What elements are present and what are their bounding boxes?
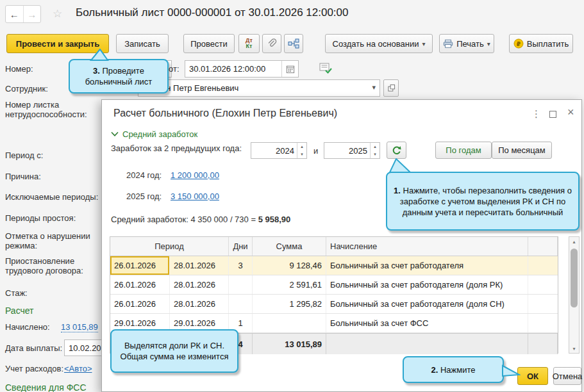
- cell-days[interactable]: [229, 275, 253, 294]
- employee-label: Сотрудник:: [5, 84, 48, 94]
- average-earnings-text: Средний заработок: 4 350 000 / 730 = 5 9…: [111, 215, 290, 224]
- maximize-icon[interactable]: [549, 111, 556, 118]
- cell-sum[interactable]: 9 128,46: [253, 256, 326, 275]
- pay-date-label: Дата выплаты:: [5, 343, 62, 353]
- cell-extra[interactable]: [528, 256, 558, 275]
- forward-button[interactable]: →: [24, 6, 41, 22]
- table-row[interactable]: 26.01.2026 28.01.2026 2 591,61 Больничны…: [110, 275, 558, 295]
- refresh-icon: [392, 145, 402, 156]
- back-button[interactable]: ←: [6, 6, 24, 22]
- employee-input[interactable]: Елохин Петр Евгеньевич ▾: [138, 79, 380, 97]
- scroll-down-icon[interactable]: ▾: [572, 344, 575, 353]
- more-menu-icon[interactable]: ⋮: [531, 108, 541, 120]
- table-header-row: Период Дни Сумма Начисление: [110, 237, 558, 256]
- earning-2025-link[interactable]: 3 150 000,00: [171, 192, 219, 201]
- cell-accrual[interactable]: Больничный за счет работодателя (доля СН…: [326, 295, 528, 313]
- paperclip-icon: [266, 38, 278, 49]
- by-months-button[interactable]: По месяцам: [492, 142, 552, 159]
- dtkt-movements-button[interactable]: Дт Кт: [238, 34, 260, 53]
- cell-extra[interactable]: [528, 314, 558, 332]
- cell-period-to[interactable]: 28.01.2026: [170, 256, 229, 275]
- expense-account-link[interactable]: <Авто>: [64, 364, 92, 373]
- cell-sum[interactable]: [253, 314, 326, 332]
- cell-accrual[interactable]: Больничный за счет работодателя: [326, 256, 528, 275]
- cell-sum[interactable]: 2 591,61: [253, 275, 326, 294]
- number-label: Номер:: [5, 64, 33, 74]
- cell-accrual[interactable]: Больничный за счет ФСС: [326, 314, 528, 332]
- cell-extra[interactable]: [528, 275, 558, 294]
- close-icon[interactable]: ×: [567, 106, 574, 119]
- print-label: Печать: [456, 39, 484, 49]
- create-based-on-button[interactable]: Создать на основании ▾: [325, 34, 433, 53]
- fss-section-title: Сведения для ФСС: [5, 382, 87, 392]
- chevron-down-icon: [111, 131, 119, 137]
- cell-accrual[interactable]: Больничный за счет работодателя (доля РК…: [326, 275, 528, 294]
- create-based-on-label: Создать на основании: [333, 39, 419, 49]
- average-earnings-prefix: Средний заработок: 4 350 000 / 730 =: [111, 215, 258, 224]
- avg-earnings-section-label: Средний заработок: [122, 129, 197, 139]
- app-window: ← → ☆ Больничный лист 0000-000001 от 30.…: [0, 0, 584, 392]
- period-from-label: Период с:: [5, 151, 43, 160]
- col-period[interactable]: Период: [110, 237, 229, 256]
- year-from-spinner[interactable]: 2024 ▴▾: [251, 142, 307, 159]
- doc-check-icon[interactable]: [319, 62, 333, 75]
- table-scrollbar[interactable]: ▴ ▾: [569, 236, 580, 354]
- scroll-up-icon[interactable]: ▴: [572, 237, 575, 246]
- chevron-down-icon[interactable]: ▾: [372, 83, 376, 92]
- cancel-label: Отмена: [553, 372, 583, 381]
- earning-2024-link[interactable]: 1 200 000,00: [171, 170, 219, 180]
- table-row[interactable]: 26.01.2026 28.01.2026 1 295,82 Больничны…: [110, 295, 558, 314]
- callout-note: Выделятся доли РК и СН. Общая сумма не и…: [110, 329, 238, 373]
- cell-period-from[interactable]: 26.01.2026: [110, 295, 170, 313]
- year-to-value: 2025: [324, 143, 370, 158]
- callout-step3: 3. Проведите больничный лист: [69, 59, 169, 94]
- sick-number-label: Номер листка нетрудоспособности:: [5, 100, 98, 119]
- chevron-down-icon: ▾: [487, 40, 490, 47]
- cell-period-from[interactable]: 26.01.2026: [110, 275, 170, 294]
- cell-sum[interactable]: 1 295,82: [253, 295, 326, 313]
- cell-period-to[interactable]: 28.01.2026: [170, 295, 229, 313]
- year-to-spinner[interactable]: 2025 ▴▾: [324, 142, 380, 159]
- col-accrual[interactable]: Начисление: [326, 237, 528, 256]
- ok-button[interactable]: ОК: [517, 367, 548, 385]
- refresh-button[interactable]: [387, 142, 406, 159]
- callout-step2: 2. Нажмите: [403, 356, 504, 383]
- print-button[interactable]: Печать ▾: [439, 34, 494, 53]
- col-sum[interactable]: Сумма: [253, 237, 326, 256]
- page-title: Больничный лист 0000-000001 от 30.01.202…: [76, 6, 349, 19]
- col-days[interactable]: Дни: [229, 237, 253, 256]
- cancel-button[interactable]: Отмена: [553, 367, 581, 385]
- avg-earnings-toggle[interactable]: Средний заработок: [111, 129, 197, 139]
- svg-text:₽: ₽: [517, 41, 521, 47]
- document-date-input[interactable]: 30.01.2026 12:00:00: [185, 60, 299, 78]
- spin-up-icon[interactable]: ▴: [371, 143, 380, 151]
- cell-period-from[interactable]: 26.01.2026: [110, 256, 170, 275]
- table-row[interactable]: 26.01.2026 28.01.2026 3 9 128,46 Больнич…: [110, 256, 558, 275]
- open-employee-button[interactable]: [383, 79, 399, 97]
- spin-up-icon[interactable]: ▴: [297, 143, 306, 151]
- cell-period-to[interactable]: 28.01.2026: [170, 275, 229, 294]
- excluded-periods-label: Исключаемые периоды:: [5, 192, 117, 202]
- spin-down-icon[interactable]: ▾: [297, 151, 306, 158]
- post-button[interactable]: Провести: [183, 34, 235, 53]
- spin-down-icon[interactable]: ▾: [371, 151, 380, 158]
- cell-days[interactable]: [229, 295, 253, 313]
- total-sum: 13 015,89: [253, 334, 326, 354]
- write-button[interactable]: Записать: [116, 34, 169, 53]
- ruble-coin-icon: ₽: [513, 38, 524, 49]
- year-from-value: 2024: [251, 143, 297, 158]
- calc-section-title: Расчет: [5, 306, 34, 316]
- pay-button[interactable]: ₽ Выплатить: [509, 34, 573, 53]
- attachments-button[interactable]: [262, 34, 281, 53]
- calendar-icon: [286, 65, 295, 74]
- expense-account-label: Учет расходов:: [5, 364, 63, 373]
- calendar-button[interactable]: [281, 61, 298, 77]
- cell-extra[interactable]: [528, 295, 558, 313]
- by-years-button[interactable]: По годам: [435, 142, 492, 159]
- favorite-star-icon[interactable]: ☆: [53, 7, 62, 20]
- structure-button[interactable]: [284, 34, 303, 53]
- scroll-thumb[interactable]: [571, 249, 578, 307]
- cell-days[interactable]: 3: [229, 256, 253, 275]
- accrued-amount-link[interactable]: 13 015,89: [61, 322, 98, 332]
- reason-label: Причина:: [5, 172, 41, 181]
